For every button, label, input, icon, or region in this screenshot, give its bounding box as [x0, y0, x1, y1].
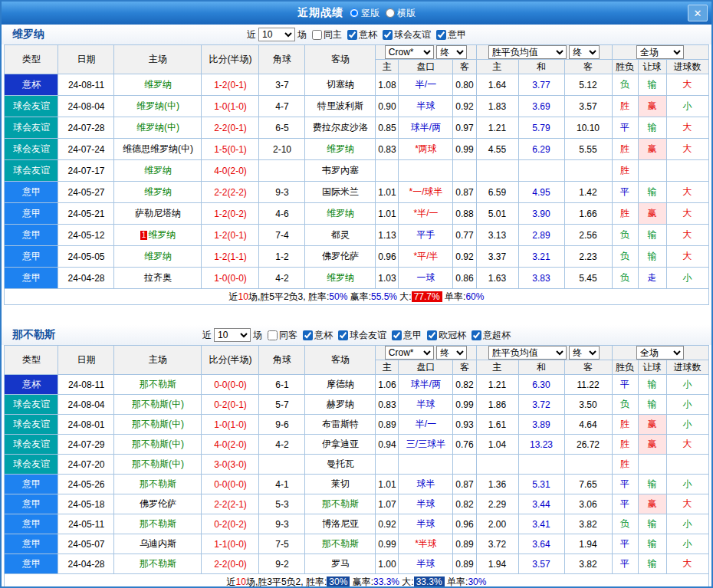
league-checkbox[interactable]: [436, 30, 446, 40]
average-stage-select[interactable]: 终: [569, 346, 600, 360]
handicap-result: 输: [638, 74, 666, 96]
competition-badge: 意甲: [5, 225, 58, 246]
competition-badge: 球会友谊: [5, 96, 58, 117]
handicap-result: 赢: [638, 203, 666, 225]
home-team: 那不勒斯: [114, 554, 202, 574]
league-filter[interactable]: 意杯: [300, 329, 333, 342]
summary-row: 近10场,胜5平2负3, 胜率:50% 赢率:55.5% 大:77.7% 单率:…: [5, 289, 708, 305]
handicap-line: [399, 455, 453, 475]
home-team-name: 维罗纳: [144, 165, 172, 176]
handicap-result: [638, 455, 666, 475]
league-checkbox[interactable]: [383, 30, 393, 40]
handicap-line: *半球: [399, 534, 453, 554]
corners: 9-2: [259, 554, 305, 574]
league-filter[interactable]: 球会友谊: [380, 28, 431, 41]
horizontal-radio[interactable]: [386, 8, 395, 18]
average-stage-select[interactable]: 终: [569, 45, 600, 59]
window-title: 近期战绩: [297, 6, 343, 20]
score: 2-2(0-0): [202, 554, 259, 574]
league-filter[interactable]: 意甲: [389, 329, 422, 342]
league-checkbox[interactable]: [338, 330, 348, 340]
avg-home-odds: 1.21: [476, 117, 518, 139]
league-checkbox[interactable]: [347, 30, 357, 40]
away-team: 特里波利斯: [305, 96, 376, 117]
avg-home-odds: 2.00: [476, 514, 518, 534]
away-odds: 0.76: [453, 435, 476, 455]
summary-segment: 近: [229, 291, 238, 302]
summary-segment: 60%: [465, 291, 484, 302]
avg-draw-odds: 3.72: [518, 395, 564, 415]
result-wdl: 负: [612, 268, 638, 289]
corners: 9-6: [259, 415, 305, 435]
home-team-name: 维罗纳: [144, 79, 172, 90]
goals-over-under: 大: [666, 554, 708, 574]
same-venue-filter[interactable]: 同客: [264, 329, 297, 342]
result-wdl: 胜: [612, 96, 638, 117]
home-team-name: 那不勒斯: [140, 558, 176, 569]
view-mode-vertical[interactable]: 竖版: [350, 7, 380, 20]
match-count-select[interactable]: 10: [258, 28, 295, 41]
competition-badge: 意杯: [5, 375, 58, 395]
league-checkbox[interactable]: [427, 330, 437, 340]
sub-column-header: 客: [564, 60, 612, 74]
odds-company-select[interactable]: Crow*: [385, 45, 434, 59]
match-date: 24-05-07: [58, 534, 114, 554]
near-label: 近: [202, 329, 212, 342]
avg-home-odds: 1.36: [476, 475, 518, 494]
avg-draw-odds: 3.83: [518, 268, 564, 289]
league-filter[interactable]: 意超杯: [468, 329, 511, 342]
away-odds: 0.87: [453, 182, 476, 203]
odds-stage-select[interactable]: 终: [436, 45, 467, 59]
summary-segment: 33.3%: [373, 577, 399, 587]
away-team-name: 曼托瓦: [327, 458, 354, 469]
avg-home-odds: 1.83: [476, 96, 518, 117]
league-filter[interactable]: 球会友谊: [335, 329, 386, 342]
avg-draw-odds: 5.79: [518, 117, 564, 139]
average-type-select[interactable]: 胜平负均值: [488, 346, 567, 360]
league-label: 意超杯: [483, 329, 511, 342]
match-row: 意甲24-05-05维罗纳1-2(1-1)1-2佛罗伦萨0.96*平/半0.92…: [5, 246, 708, 268]
away-odds: 0.96: [453, 514, 476, 534]
column-header: 角球: [259, 346, 305, 375]
match-date: 24-05-11: [58, 514, 114, 534]
avg-home-odds: 3.37: [476, 246, 518, 268]
same-venue-filter[interactable]: 同主: [309, 28, 342, 41]
league-checkbox[interactable]: [303, 330, 313, 340]
handicap-result: 赢: [638, 96, 666, 117]
result-wdl: 负: [612, 514, 638, 534]
league-filter[interactable]: 意杯: [344, 28, 377, 41]
titlebar-center: 近期战绩 竖版 横版: [2, 6, 711, 20]
scope-select[interactable]: 全场: [636, 346, 684, 360]
avg-away-odds: 26.72: [564, 435, 612, 455]
summary-segment: 单率:: [442, 291, 466, 302]
average-type-select[interactable]: 胜平负均值: [488, 45, 567, 59]
match-row: 意甲24-04-28拉齐奥1-0(0-0)4-2维罗纳1.03一球0.861.6…: [5, 268, 708, 289]
away-odds: 0.93: [453, 415, 476, 435]
scope-select[interactable]: 全场: [636, 45, 684, 59]
odds-company-select[interactable]: Crow*: [385, 346, 434, 360]
filter-bar: 近10场同客意杯球会友谊意甲欧冠杯意超杯: [2, 328, 711, 342]
away-team: 国际米兰: [305, 182, 376, 203]
match-count-select[interactable]: 10: [214, 328, 251, 342]
vertical-radio[interactable]: [350, 8, 359, 18]
away-odds: 0.88: [453, 203, 476, 225]
view-mode-horizontal[interactable]: 横版: [386, 7, 416, 20]
odds-stage-select[interactable]: 终: [436, 346, 467, 360]
same-venue-checkbox[interactable]: [312, 30, 322, 40]
competition-badge: 意甲: [5, 182, 58, 203]
match-date: 24-08-04: [58, 96, 114, 117]
handicap-result: 赢: [638, 435, 666, 455]
odds-company-header: Crow* 终: [376, 346, 476, 360]
sub-column-header: 和: [518, 60, 564, 74]
league-checkbox[interactable]: [392, 330, 402, 340]
avg-draw-odds: 6.29: [518, 139, 564, 160]
league-filter[interactable]: 欧冠杯: [424, 329, 466, 342]
league-filter[interactable]: 意甲: [433, 28, 466, 41]
same-venue-checkbox[interactable]: [268, 330, 278, 340]
close-button[interactable]: ✕: [688, 5, 708, 21]
match-date: 24-07-20: [58, 455, 114, 475]
sections-container: 维罗纳近10场同主意杯球会友谊意甲类型日期主场比分(半场)角球客场Crow* 终…: [2, 25, 711, 588]
goals-over-under: [666, 455, 708, 475]
league-checkbox[interactable]: [472, 330, 481, 340]
handicap-result: 输: [638, 554, 666, 574]
